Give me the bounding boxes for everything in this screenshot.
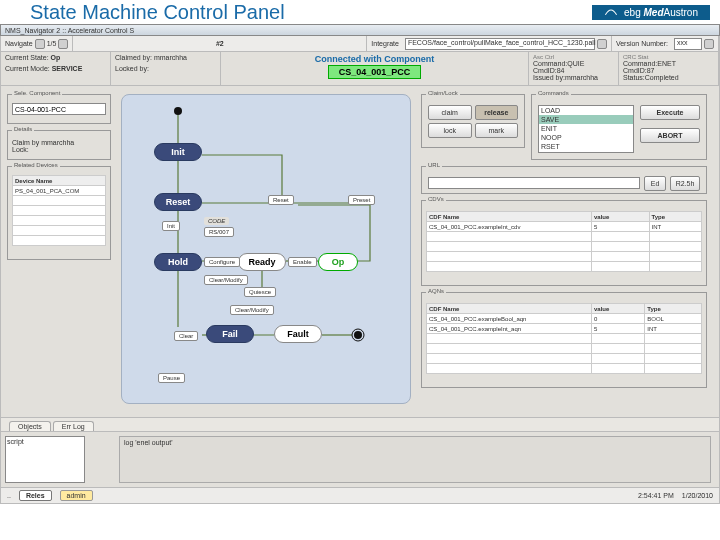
release-button[interactable]: release	[475, 105, 519, 120]
integrate-browse-button[interactable]	[597, 39, 607, 49]
trans-enable[interactable]: Enable	[288, 257, 317, 267]
version-section: Version Number: xxx	[612, 36, 719, 51]
brand-arc-icon	[604, 7, 618, 17]
brand-badge: ebg MedAustron	[592, 5, 710, 20]
clock: 2:54:41 PM	[638, 492, 674, 499]
state-fail[interactable]: Fail	[206, 325, 254, 343]
trans-pause[interactable]: Pause	[158, 373, 185, 383]
window-title: NMS_Navigator 2 :: Accelerator Control S	[0, 24, 720, 36]
work-area: Sele. Component Details Claim by mmarchh…	[0, 86, 720, 418]
log-script-box[interactable]: script	[5, 436, 85, 483]
cdvs-group: CDVs CDF NamevalueType CS_04_001_PCC.exa…	[421, 200, 707, 286]
component-badge: CS_04_001_PCC	[328, 65, 422, 79]
date: 1/20/2010	[682, 492, 713, 499]
current-state: Op	[51, 54, 61, 61]
claim-button[interactable]: claim	[428, 105, 472, 120]
lock-button[interactable]: lock	[428, 123, 472, 138]
svg-point-11	[354, 331, 362, 339]
hash-label: #2	[73, 36, 367, 51]
page-title: State Machine Control Panel	[30, 1, 285, 24]
mark-button[interactable]: mark	[475, 123, 519, 138]
claim-lock-group: Claim/Lock claim release lock mark	[421, 94, 525, 148]
tab-objects[interactable]: Objects	[9, 421, 51, 431]
version-input[interactable]: xxx	[674, 38, 702, 50]
title-bar: State Machine Control Panel ebg MedAustr…	[0, 0, 720, 24]
nav-section: Navigate 1/5	[1, 36, 73, 51]
commands-group: Commands LOAD SAVE ENIT NOOP RSET Execut…	[531, 94, 707, 160]
role-button[interactable]: admin	[60, 490, 93, 501]
url-ed-button[interactable]: Ed	[644, 176, 666, 191]
tab-errlog[interactable]: Err Log	[53, 421, 94, 431]
svg-point-10	[174, 107, 182, 115]
trans-reset[interactable]: Reset	[268, 195, 294, 205]
trans-init[interactable]: Init	[162, 221, 180, 231]
url-input[interactable]	[428, 177, 640, 189]
asc-ctrl-box: Asc Ctrl Command:QUIECmdID:84Issued by:m…	[529, 52, 619, 85]
integrate-section: Integrate FECOS/face_control/pullMake_fa…	[367, 36, 612, 51]
reles-button[interactable]: Reles	[19, 490, 52, 501]
related-devices-group: Related Devices Device Name PS_04_001_PC…	[7, 166, 111, 260]
state-init[interactable]: Init	[154, 143, 202, 161]
trans-quiesce[interactable]: Quiesce	[244, 287, 276, 297]
claimed-by: mmarchha	[154, 54, 187, 61]
abort-button[interactable]: ABORT	[640, 128, 700, 143]
trans-rs007[interactable]: RS/007	[204, 227, 234, 237]
crc-stat-box: CRC Stat Command:ENETCmdID:87Status:Comp…	[619, 52, 719, 85]
aqns-group: AQNs CDF NamevalueType CS_04_001_PCC.exa…	[421, 292, 707, 388]
trans-configure[interactable]: Configure	[204, 257, 240, 267]
status-bar: .. Reles admin 2:54:41 PM 1/20/2010	[0, 488, 720, 504]
trans-clear-modify-2[interactable]: Clear/Modify	[230, 305, 274, 315]
trans-preset[interactable]: Preset	[348, 195, 375, 205]
nav-prev-button[interactable]	[35, 39, 45, 49]
main-toolbar: Navigate 1/5 #2 Integrate FECOS/face_con…	[0, 36, 720, 52]
url-r2-button[interactable]: R2.5h	[670, 176, 700, 191]
state-reset[interactable]: Reset	[154, 193, 202, 211]
state-hold[interactable]: Hold	[154, 253, 202, 271]
current-mode: SERVICE	[52, 65, 83, 72]
component-select[interactable]	[12, 103, 106, 115]
status-row: Current State: Op Current Mode: SERVICE …	[0, 52, 720, 86]
select-component-group: Sele. Component	[7, 94, 111, 124]
trans-clear-modify[interactable]: Clear/Modify	[204, 275, 248, 285]
version-refresh-button[interactable]	[704, 39, 714, 49]
log-area: script log 'enel output'	[0, 432, 720, 488]
cdvs-table[interactable]: CDF NamevalueType CS_04_001_PCC.exampleI…	[426, 211, 702, 272]
url-group: URL Ed R2.5h	[421, 166, 707, 194]
state-ready[interactable]: Ready	[238, 253, 286, 271]
connected-label: Connected with Component	[225, 54, 524, 64]
related-devices-table[interactable]: Device Name PS_04_001_PCA_COM	[12, 175, 106, 246]
trans-code-label: CODE	[204, 217, 229, 225]
integrate-path[interactable]: FECOS/face_control/pullMake_face_control…	[405, 38, 595, 50]
execute-button[interactable]: Execute	[640, 105, 700, 120]
state-op[interactable]: Op	[318, 253, 358, 271]
aqns-table[interactable]: CDF NamevalueType CS_04_001_PCC.exampleB…	[426, 303, 702, 374]
trans-clear[interactable]: Clear	[174, 331, 198, 341]
state-machine-diagram: Init Reset Hold Ready Op Fail Fault Rese…	[121, 94, 411, 404]
bottom-tabs: Objects Err Log	[0, 418, 720, 432]
nav-next-button[interactable]	[58, 39, 68, 49]
details-group: Details Claim by mmarchha Lock:	[7, 130, 111, 160]
commands-listbox[interactable]: LOAD SAVE ENIT NOOP RSET	[538, 105, 634, 153]
log-output: log 'enel output'	[119, 436, 711, 483]
state-fault[interactable]: Fault	[274, 325, 322, 343]
